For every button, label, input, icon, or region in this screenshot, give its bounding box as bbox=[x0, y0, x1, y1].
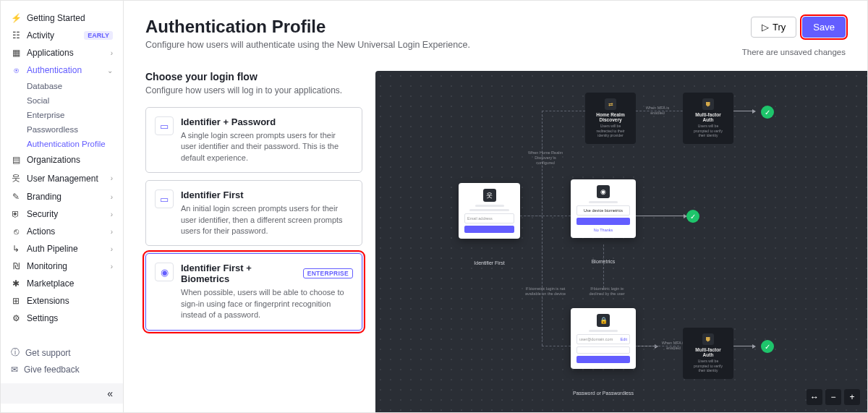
fit-button[interactable]: ↔ bbox=[807, 389, 822, 405]
continue-button bbox=[464, 226, 514, 233]
note-mfa-condition: When MFA is enabled bbox=[643, 106, 672, 116]
nav-user-management[interactable]: 웃User Management› bbox=[1, 169, 123, 188]
flow-desc: Configure how users will log in to your … bbox=[145, 85, 362, 95]
option-identifier-first[interactable]: ▭ Identifier First An initial login scre… bbox=[145, 180, 362, 246]
actions-icon: ⎋ bbox=[11, 226, 21, 237]
option-identifier-password[interactable]: ▭ Identifier + Password A single login s… bbox=[145, 107, 362, 173]
page-subtitle: Configure how users will authenticate us… bbox=[145, 40, 470, 50]
label-biometrics: Biometrics bbox=[571, 259, 636, 264]
card-mfa-top: ⛊ Multi-factor Auth Users will be prompt… bbox=[683, 93, 733, 144]
page-header: Authentication Profile Configure how use… bbox=[124, 1, 867, 64]
page-title: Authentication Profile bbox=[145, 17, 470, 37]
get-support-link[interactable]: ⓘGet support bbox=[11, 344, 113, 362]
note-hrd-condition: When Home Realm Discovery is configured bbox=[527, 150, 563, 166]
sidebar: ⚡Getting Started ☷ActivityEARLY ▦Applica… bbox=[1, 1, 124, 412]
flow-heading: Choose your login flow bbox=[145, 71, 362, 82]
nav-getting-started[interactable]: ⚡Getting Started bbox=[1, 9, 123, 27]
card-identifier-first: 웃 Email address bbox=[459, 183, 520, 239]
note-bio-declined: If biometric login is declined by the us… bbox=[585, 286, 629, 297]
nav-monitoring[interactable]: ₪Monitoring› bbox=[1, 257, 123, 275]
nav-security[interactable]: ⛨Security› bbox=[1, 205, 123, 223]
card-password: 🔒 user@domain.comEdit bbox=[571, 308, 636, 369]
monitoring-icon: ₪ bbox=[11, 261, 21, 271]
chevron-right-icon: › bbox=[111, 49, 113, 57]
label-identifier-first: Identifier First bbox=[459, 260, 520, 265]
user-icon: 웃 bbox=[483, 189, 496, 202]
biometrics-button bbox=[576, 218, 630, 225]
play-icon: ▷ bbox=[762, 22, 769, 33]
nav-auth-pipeline[interactable]: ↳Auth Pipeline› bbox=[1, 240, 123, 257]
enterprise-badge: ENTERPRISE bbox=[303, 268, 353, 278]
subnav-auth-profile[interactable]: Authentication Profile bbox=[27, 137, 123, 151]
nav-marketplace[interactable]: ✱Marketplace bbox=[1, 275, 123, 292]
share-icon: ⇄ bbox=[605, 98, 616, 110]
email-input: Email address bbox=[464, 213, 514, 223]
collapse-icon: « bbox=[107, 388, 113, 399]
gear-icon: ⚙ bbox=[11, 313, 21, 323]
users-icon: 웃 bbox=[11, 172, 21, 184]
give-feedback-link[interactable]: ✉Give feedback bbox=[11, 362, 113, 378]
nav-organizations[interactable]: ▤Organizations bbox=[1, 151, 123, 169]
nav-extensions[interactable]: ⊞Extensions bbox=[1, 292, 123, 310]
shield-icon: ⛊ bbox=[702, 98, 714, 110]
subnav-database[interactable]: Database bbox=[27, 79, 123, 93]
submit-button bbox=[576, 356, 630, 363]
feedback-icon: ✉ bbox=[11, 365, 18, 375]
card-biometrics: ◉ Use device biometrics No Thanks bbox=[571, 179, 636, 238]
shield-icon: ⛨ bbox=[11, 209, 21, 219]
bolt-icon: ⚡ bbox=[11, 13, 21, 23]
zoom-in-button[interactable]: + bbox=[844, 389, 860, 405]
option-desc: An initial login screen prompts users fo… bbox=[181, 203, 353, 237]
preview-controls: ↔ − + bbox=[807, 389, 860, 405]
nav-activity[interactable]: ☷ActivityEARLY bbox=[1, 27, 123, 44]
biometrics-cta: Use device biometrics bbox=[576, 205, 630, 216]
lock-icon: 🔒 bbox=[597, 314, 610, 327]
zoom-out-button[interactable]: − bbox=[825, 389, 841, 405]
option-desc: A single login screen prompts users for … bbox=[181, 130, 353, 163]
nav-branding[interactable]: ✎Branding› bbox=[1, 188, 123, 205]
check-icon: ✓ bbox=[761, 106, 774, 119]
pipeline-icon: ↳ bbox=[11, 244, 21, 254]
edit-link: Edit bbox=[621, 337, 627, 341]
nav-settings[interactable]: ⚙Settings bbox=[1, 310, 123, 327]
fingerprint-icon: ◉ bbox=[597, 185, 610, 198]
chevron-right-icon: › bbox=[111, 228, 113, 236]
form-icon: ▭ bbox=[155, 190, 174, 208]
check-icon: ✓ bbox=[761, 340, 774, 353]
chevron-right-icon: › bbox=[111, 193, 113, 201]
form-icon: ▭ bbox=[155, 116, 174, 135]
option-title: Identifier First bbox=[181, 190, 353, 200]
auth-icon: ⍟ bbox=[11, 65, 21, 75]
shield-icon: ⛊ bbox=[702, 333, 714, 345]
help-icon: ⓘ bbox=[11, 346, 20, 359]
flow-preview[interactable]: ⇄ Home Realm Discovery Users will be red… bbox=[375, 71, 867, 412]
chevron-right-icon: › bbox=[111, 263, 113, 271]
subnav-social[interactable]: Social bbox=[27, 93, 123, 108]
chevron-right-icon: › bbox=[111, 174, 113, 182]
brush-icon: ✎ bbox=[11, 192, 21, 202]
chevron-right-icon: › bbox=[111, 210, 113, 218]
card-home-realm-discovery: ⇄ Home Realm Discovery Users will be red… bbox=[585, 93, 636, 144]
note-bio-na: If biometric login is not available on t… bbox=[524, 286, 567, 297]
main: Authentication Profile Configure how use… bbox=[124, 1, 867, 412]
try-button[interactable]: ▷Try bbox=[751, 17, 796, 38]
option-identifier-biometrics[interactable]: ◉ Identifier First + BiometricsENTERPRIS… bbox=[145, 253, 362, 330]
subnav-enterprise[interactable]: Enterprise bbox=[27, 108, 123, 122]
activity-icon: ☷ bbox=[11, 30, 21, 41]
nav-actions[interactable]: ⎋Actions› bbox=[1, 223, 123, 240]
org-icon: ▤ bbox=[11, 155, 21, 165]
label-password: Password or Passwordless bbox=[563, 391, 643, 396]
option-title: Identifier First + BiometricsENTERPRISE bbox=[181, 263, 353, 284]
save-button[interactable]: Save bbox=[802, 17, 846, 38]
auth-subnav: Database Social Enterprise Passwordless … bbox=[1, 79, 123, 151]
nav-authentication[interactable]: ⍟Authentication⌄ bbox=[1, 61, 123, 79]
option-title: Identifier + Password bbox=[181, 116, 353, 127]
flow-selector: Choose your login flow Configure how use… bbox=[145, 71, 362, 412]
chevron-down-icon: ⌄ bbox=[107, 67, 113, 74]
nav-applications[interactable]: ▦Applications› bbox=[1, 44, 123, 61]
check-icon: ✓ bbox=[686, 210, 699, 223]
sidebar-collapse[interactable]: « bbox=[1, 383, 123, 404]
marketplace-icon: ✱ bbox=[11, 278, 21, 289]
no-thanks-link: No Thanks bbox=[576, 228, 630, 232]
subnav-passwordless[interactable]: Passwordless bbox=[27, 122, 123, 137]
